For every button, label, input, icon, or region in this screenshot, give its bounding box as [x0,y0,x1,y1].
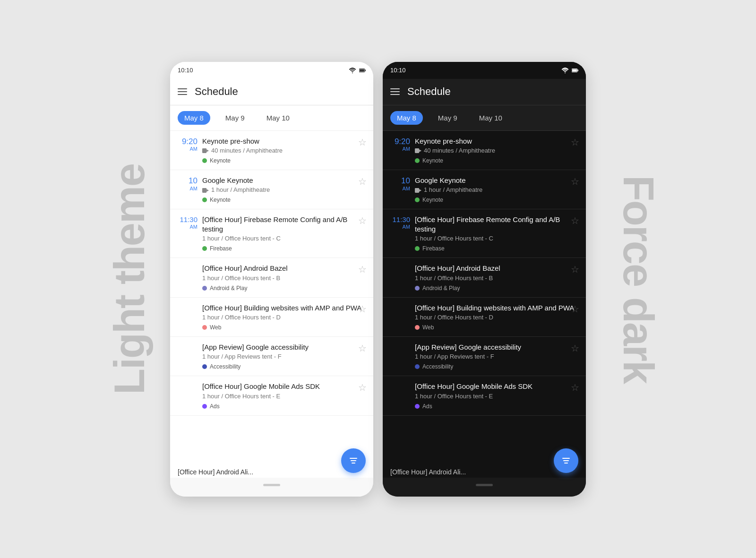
time-col: 10 AM [178,176,202,203]
nav-bar-dark [383,478,586,497]
event-item-firebase-light[interactable]: 11:30 AM [Office Hour] Firebase Remote C… [170,209,373,258]
svg-rect-10 [577,69,578,71]
event-item-android-bazel-dark[interactable]: [Office Hour] Android Bazel 1 hour / Off… [383,258,586,297]
svg-rect-11 [572,69,577,71]
hamburger-menu-light[interactable] [178,88,187,95]
event-item-firebase-dark[interactable]: 11:30 AM [Office Hour] Firebase Remote C… [383,209,586,258]
event-item-keynote-preshow-light[interactable]: 9:20 AM Keynote pre-show 40 minutes / Am… [170,131,373,170]
time-col: 10 AM [390,176,415,203]
event-title: [Office Hour] Google Mobile Ads SDK [202,382,366,391]
hamburger-menu-dark[interactable] [390,88,400,95]
tag-row: Firebase [415,245,578,252]
filter-icon-light [350,458,357,464]
date-tab-may10-dark[interactable]: May 10 [472,111,509,125]
svg-rect-3 [360,69,364,71]
event-title: Keynote pre-show [202,137,366,146]
status-bar-light: 10:10 [170,62,373,79]
star-button[interactable]: ☆ [358,265,367,274]
star-button[interactable]: ☆ [358,137,367,147]
event-details: 1 hour / App Reviews tent - F [415,353,578,361]
time-col [178,264,202,291]
video-icon [202,148,209,153]
event-details: 1 hour / Office Hours tent - D [202,314,366,322]
tag-row: Firebase [202,245,366,252]
date-tab-may9-dark[interactable]: May 9 [431,111,464,125]
dark-phone: 10:10 Schedule [383,62,586,497]
star-button[interactable]: ☆ [571,177,579,186]
event-item-amp-pwa-light[interactable]: [Office Hour] Building websites with AMP… [170,298,373,337]
event-details: 1 hour / Office Hours tent - E [415,393,578,401]
tag-label: Keynote [210,157,231,164]
time-col: 11:30 AM [390,215,415,252]
tag-label: Accessibility [422,363,453,370]
star-button[interactable]: ☆ [358,383,367,392]
event-details: 1 hour / Office Hours tent - B [202,275,366,283]
app-header-dark: Schedule [383,79,586,105]
light-theme-label: Light theme [105,164,154,395]
star-button[interactable]: ☆ [358,216,367,225]
event-content: [Office Hour] Firebase Remote Config and… [202,215,366,252]
event-title: [Office Hour] Google Mobile Ads SDK [415,382,578,391]
star-button[interactable]: ☆ [571,265,579,274]
status-icons-light [349,68,366,73]
star-button[interactable]: ☆ [571,216,579,225]
event-item-ads-light[interactable]: [Office Hour] Google Mobile Ads SDK 1 ho… [170,376,373,415]
date-tab-may10-light[interactable]: May 10 [260,111,296,125]
event-content: [Office Hour] Google Mobile Ads SDK 1 ho… [202,382,366,409]
event-title: [App Review] Google accessibility [415,343,578,352]
fab-light[interactable] [341,448,366,473]
video-icon [202,188,209,193]
event-content: [App Review] Google accessibility 1 hour… [415,343,578,370]
svg-marker-15 [419,189,421,192]
star-button[interactable]: ☆ [571,137,579,147]
battery-icon-light [359,68,366,73]
event-meta: 1 hour / Amphitheatre [202,186,366,194]
time-hour: 9:20 [395,137,410,146]
event-title: [Office Hour] Building websites with AMP… [415,303,578,313]
event-content: [Office Hour] Android Bazel 1 hour / Off… [415,264,578,291]
time-col: 9:20 AM [390,137,415,164]
event-details: 1 hour / App Reviews tent - F [202,353,366,361]
tag-dot [202,197,207,202]
time-hour: 11:30 [392,216,410,224]
tag-label: Keynote [422,157,443,164]
tag-label: Web [210,324,221,331]
light-phone: 10:10 Schedule [170,62,373,497]
svg-rect-6 [202,188,206,193]
header-title-light: Schedule [195,86,238,98]
star-button[interactable]: ☆ [358,343,367,353]
event-title: [Office Hour] Android Bazel [415,264,578,273]
event-content: [Office Hour] Building websites with AMP… [415,303,578,331]
battery-icon-dark [572,68,578,73]
star-button[interactable]: ☆ [358,177,367,186]
time-col: 11:30 AM [178,215,202,252]
tag-row: Web [202,324,366,331]
tag-dot [202,404,207,409]
svg-rect-12 [415,149,419,154]
event-meta: 40 minutes / Amphitheatre [202,147,366,155]
star-button[interactable]: ☆ [571,343,579,353]
event-item-accessibility-dark[interactable]: [App Review] Google accessibility 1 hour… [383,337,586,376]
event-item-google-keynote-light[interactable]: 10 AM Google Keynote 1 hour / Amphitheat… [170,170,373,209]
event-title: Google Keynote [415,176,578,185]
star-button[interactable]: ☆ [571,304,579,314]
event-item-amp-pwa-dark[interactable]: [Office Hour] Building websites with AMP… [383,298,586,337]
fab-dark[interactable] [554,448,578,473]
star-button[interactable]: ☆ [358,304,367,314]
tag-dot [415,364,420,369]
event-item-ads-dark[interactable]: [Office Hour] Google Mobile Ads SDK 1 ho… [383,376,586,415]
date-tab-may9-light[interactable]: May 9 [219,111,251,125]
event-item-accessibility-light[interactable]: [App Review] Google accessibility 1 hour… [170,337,373,376]
tag-row: Keynote [415,157,578,164]
date-tab-may8-dark[interactable]: May 8 [390,111,423,125]
event-title: [App Review] Google accessibility [202,343,366,352]
event-item-keynote-preshow-dark[interactable]: 9:20 AM Keynote pre-show 40 minutes / Am… [383,131,586,170]
star-button[interactable]: ☆ [571,383,579,392]
status-icons-dark [561,68,578,73]
date-tab-may8-light[interactable]: May 8 [178,111,210,125]
schedule-list-light: 9:20 AM Keynote pre-show 40 minutes / Am… [170,131,373,464]
event-item-android-bazel-light[interactable]: [Office Hour] Android Bazel 1 hour / Off… [170,258,373,297]
event-details: 1 hour / Office Hours tent - D [415,314,578,322]
tag-label: Android & Play [210,285,247,292]
event-item-google-keynote-dark[interactable]: 10 AM Google Keynote 1 hour / Amphitheat… [383,170,586,209]
